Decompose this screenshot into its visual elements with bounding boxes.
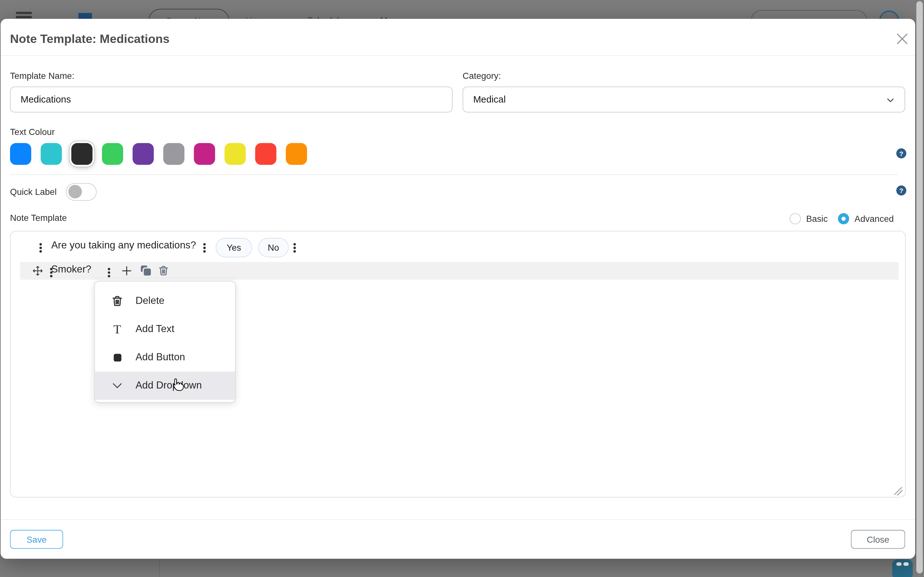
kebab-menu-icon[interactable] [292,241,297,255]
menu-item-label: Add Dropdown [136,380,202,392]
category-label: Category: [463,71,501,81]
hamburger-menu-icon[interactable] [16,12,32,19]
kebab-menu-icon[interactable] [38,241,44,255]
context-menu: Delete T Add Text Add Button Add Dropdow… [94,281,236,403]
colour-swatch-red[interactable] [255,143,276,165]
colour-swatch-magenta[interactable] [194,143,215,165]
text-colour-help-icon[interactable]: ? [897,148,906,158]
background-topbar: Create New Home Schedule M [0,0,924,19]
avatar[interactable] [879,11,899,19]
kebab-menu-icon[interactable] [106,266,112,279]
category-select[interactable]: Medical [463,87,905,113]
colour-swatch-black[interactable] [71,143,92,165]
trash-icon [111,287,124,315]
button-icon [111,343,124,372]
menu-item-add-dropdown[interactable]: Add Dropdown [95,372,235,400]
screen: Create New Home Schedule M Note Template… [0,0,924,577]
menu-item-add-text[interactable]: T Add Text [95,315,235,343]
colour-swatch-yellow[interactable] [225,143,246,165]
advanced-radio-label[interactable]: Advanced [855,214,894,224]
help-chat-widget[interactable] [892,559,913,577]
menu-item-delete[interactable]: Delete [95,287,235,315]
search-input[interactable] [751,10,867,19]
no-button[interactable]: No [258,238,289,258]
text-icon: T [111,315,124,343]
menu-item-label: Add Button [136,351,185,364]
nav-item-2[interactable]: Schedule [307,15,344,19]
category-value: Medical [473,94,506,105]
colour-swatch-orange[interactable] [286,143,307,165]
modal-title: Note Template: Medications [10,32,170,46]
app-window: Create New Home Schedule M Note Template… [0,0,924,577]
kebab-menu-icon[interactable] [202,241,207,255]
add-icon[interactable] [121,266,132,278]
template-name-input[interactable] [10,87,452,113]
basic-radio-label[interactable]: Basic [806,214,828,224]
menu-item-label: Add Text [136,323,174,335]
menu-item-add-button[interactable]: Add Button [95,343,235,372]
colour-swatch-purple[interactable] [132,143,153,165]
duplicate-icon[interactable] [141,266,151,276]
header-divider [1,55,915,56]
quick-label-toggle[interactable] [66,183,97,201]
create-new-button[interactable]: Create New [149,9,229,19]
save-button[interactable]: Save [10,530,63,549]
section-divider [10,174,898,175]
template-name-label: Template Name: [10,71,74,81]
text-colour-label: Text Colour [10,127,55,137]
chevron-down-icon [111,372,124,400]
nav-item-1[interactable]: Home [246,15,269,19]
app-logo [78,13,92,19]
quick-label-label: Quick Label [10,187,57,197]
menu-item-label: Delete [136,295,164,307]
note-template-label: Note Template [10,213,67,222]
quick-label-help-icon[interactable]: ? [897,185,906,195]
trash-icon[interactable] [158,265,169,279]
colour-swatch-blue[interactable] [10,143,31,165]
close-button[interactable]: Close [851,530,905,549]
move-icon[interactable] [32,265,44,279]
colour-swatch-teal[interactable] [41,143,62,165]
advanced-radio[interactable] [838,213,849,224]
note-template-modal: Note Template: Medications Template Name… [1,19,915,559]
yes-button[interactable]: Yes [216,238,252,258]
resize-grip[interactable] [894,487,903,498]
footer-divider [1,519,915,520]
nav-item-3[interactable]: M [380,15,388,19]
background-bottom [0,559,924,577]
sidebar-divider [159,559,160,577]
question-text: Are you taking any medications? [51,240,196,251]
scrollbar[interactable] [916,1,923,574]
smoker-text: Smoker? [51,264,91,276]
close-icon[interactable] [895,32,909,46]
colour-swatch-gray[interactable] [163,143,184,165]
chevron-down-icon [886,95,895,105]
smoker-row[interactable]: Smoker? [20,262,899,279]
basic-radio[interactable] [790,213,801,224]
colour-swatch-green[interactable] [102,143,123,165]
